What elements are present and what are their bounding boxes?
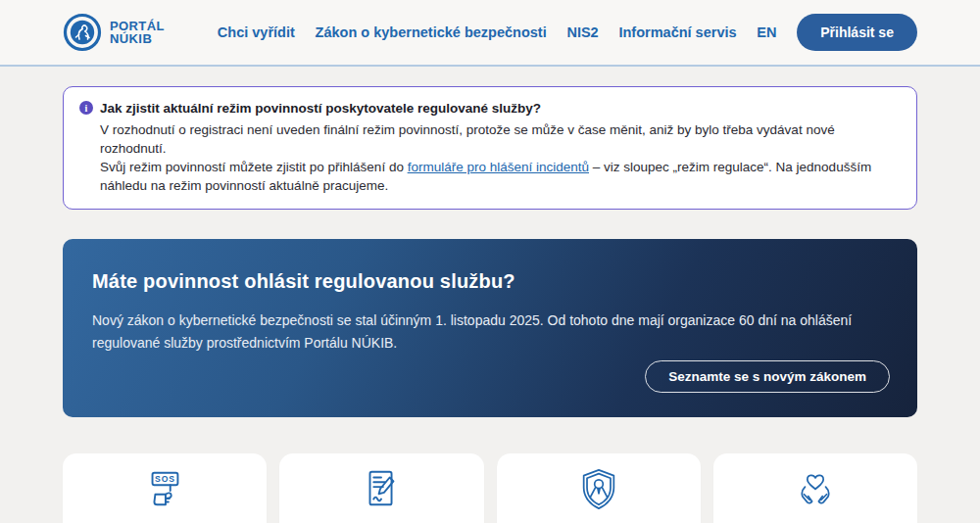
info-icon: i [79, 101, 93, 115]
login-button[interactable]: Přihlásit se [797, 14, 917, 51]
card-authorize-representative[interactable]: Pověření zástupce organizace [497, 453, 701, 523]
nav-item-informacni-servis[interactable]: Informační servis [618, 24, 736, 40]
hands-heart-icon [793, 467, 838, 510]
nav-item-chci-vyridit[interactable]: Chci vyřídit [218, 24, 295, 40]
logo-wordmark: PORTÁL NÚKIB [110, 20, 165, 46]
info-box-paragraph-1: V rozhodnutí o registraci není uveden fi… [100, 120, 899, 158]
portal-nukib-logo[interactable]: PORTÁL NÚKIB [63, 13, 165, 52]
top-navigation-bar: PORTÁL NÚKIB Chci vyřídit Zákon o kybern… [0, 0, 980, 67]
shield-person-icon [576, 467, 621, 510]
new-law-button[interactable]: Seznamte se s novým zákonem [645, 360, 890, 393]
nav-item-zakon-o-kyberneticke-bezpecnosti[interactable]: Zákon o kybernetické bezpečnosti [316, 24, 547, 40]
document-pencil-icon [359, 467, 404, 510]
regulated-service-hero-banner: Máte povinnost ohlásit regulovanou služb… [63, 239, 917, 417]
card-cyber-incidents[interactable]: SOS Kybernetické incidenty [63, 453, 267, 523]
hero-title: Máte povinnost ohlásit regulovanou služb… [92, 270, 888, 293]
card-support[interactable]: Podpora [713, 453, 917, 523]
nav-item-nis2[interactable]: NIS2 [566, 24, 598, 40]
nukib-lion-emblem-icon [63, 13, 102, 52]
info-box-title: Jak zjistit aktuální režim povinností po… [100, 99, 541, 118]
main-nav: Chci vyřídit Zákon o kybernetické bezpeč… [218, 14, 917, 51]
incident-report-form-link[interactable]: formuláře pro hlášení incidentů [408, 160, 589, 174]
quick-action-cards: SOS Kybernetické incidenty Ohlášení regu… [63, 453, 917, 523]
hero-body-text: Nový zákon o kybernetické bezpečnosti se… [92, 309, 888, 355]
language-switcher-en[interactable]: EN [757, 24, 776, 40]
sos-sign-icon: SOS [142, 467, 187, 510]
regulation-mode-info-box: i Jak zjistit aktuální režim povinností … [63, 86, 917, 210]
svg-text:SOS: SOS [155, 474, 175, 484]
card-report-regulated-service[interactable]: Ohlášení regulované služby [279, 453, 483, 523]
info-box-paragraph-2: Svůj režim povinností můžete zjistit po … [100, 158, 899, 195]
